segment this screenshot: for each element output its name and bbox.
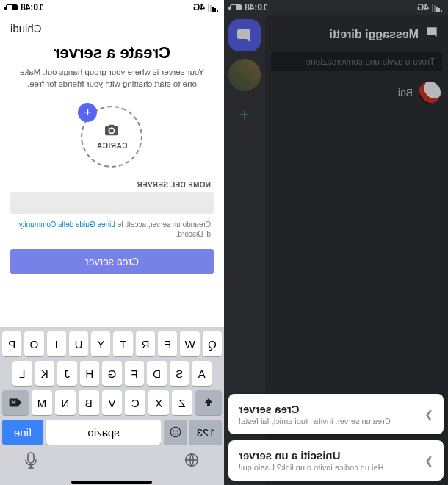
key-d[interactable]: D [147,361,167,386]
keyboard: Q W E R T Y U I O P A S D F G H J K L Z [0,327,224,485]
key-l[interactable]: L [12,361,32,386]
key-i[interactable]: I [47,331,66,356]
key-u[interactable]: U [69,331,88,356]
sheet-join-server[interactable]: ❯ Unisciti a un server Hai un codice inv… [228,440,444,481]
keyboard-row-1: Q W E R T Y U I O P [2,331,222,356]
signal-icon [208,4,218,12]
svg-point-0 [170,427,181,437]
key-c[interactable]: C [125,390,145,415]
community-guidelines-link[interactable]: Linee Guida della Community [19,220,115,229]
carrier-label: 4G [193,2,205,12]
upload-label: CARICA [97,142,128,150]
action-sheet: ❯ Crea server Crea un server, invita i t… [228,394,444,481]
key-t[interactable]: T [114,331,133,356]
plus-icon: + [79,103,98,122]
keyboard-row-2: A S D F G H J K L [2,361,222,386]
page-title: Create a server [0,42,224,64]
create-server-screen: 4G 10:48 Chiudi Create a server Your ser… [0,0,224,485]
key-x[interactable]: X [148,390,169,415]
key-f[interactable]: F [125,361,145,386]
server-name-input[interactable] [10,192,214,214]
key-a[interactable]: A [192,361,212,386]
key-r[interactable]: R [136,331,155,356]
svg-point-1 [176,431,178,432]
mic-icon[interactable] [24,452,37,473]
globe-icon[interactable] [184,452,200,473]
key-e[interactable]: E [158,331,177,356]
key-v[interactable]: V [102,390,123,415]
keyboard-bottom-row [2,449,222,473]
battery-icon [6,4,18,10]
sheet-create-server[interactable]: ❯ Crea server Crea un server, invita i t… [228,394,444,434]
key-k[interactable]: K [35,361,55,386]
svg-point-2 [173,431,175,432]
sheet-create-sub: Crea un server, invita i tuoi amici, fai… [239,417,417,425]
clock: 10:48 [21,2,43,12]
home-indicator [72,481,153,484]
direct-messages-screen: 4G 10:48 Messaggi diretti Bai + ❯ [224,0,448,485]
key-b[interactable]: B [79,390,99,415]
camera-icon [104,123,120,140]
terms-text: Creando un server, accetti le Linee Guid… [0,214,224,249]
key-y[interactable]: Y [91,331,110,356]
sheet-join-title: Unisciti a un server [239,449,417,461]
key-z[interactable]: Z [172,390,192,415]
key-p[interactable]: P [2,331,21,356]
key-o[interactable]: O [24,331,43,356]
key-h[interactable]: H [80,361,100,386]
chevron-right-icon: ❯ [424,455,433,467]
page-subtitle: Your server is where your group hangs ou… [0,64,224,100]
key-m[interactable]: M [32,390,52,415]
key-j[interactable]: J [57,361,77,386]
key-done[interactable]: fine [2,420,43,445]
chevron-right-icon: ❯ [424,409,433,420]
key-q[interactable]: Q [203,331,222,356]
sheet-create-title: Crea server [239,403,417,415]
close-button[interactable]: Chiudi [10,22,42,35]
create-server-button[interactable]: Crea server [10,249,214,274]
key-space[interactable]: spazio [46,420,161,445]
key-n[interactable]: N [55,390,76,415]
key-numbers[interactable]: 123 [189,420,222,445]
server-name-label: NOME DEL SERVER [0,176,224,192]
key-emoji[interactable] [164,420,187,445]
keyboard-row-4: 123 spazio fine [2,420,222,445]
key-g[interactable]: G [102,361,122,386]
key-s[interactable]: S [170,361,189,386]
key-backspace[interactable] [2,390,29,415]
sheet-join-sub: Hai un codice invito o un link? Usalo qu… [239,463,417,472]
key-w[interactable]: W [180,331,199,356]
key-shift[interactable] [195,390,222,415]
svg-rect-4 [28,453,34,463]
keyboard-row-3: Z X C V B N M [2,390,222,415]
upload-server-icon[interactable]: CARICA + [82,106,143,168]
status-bar: 4G 10:48 [0,0,224,15]
